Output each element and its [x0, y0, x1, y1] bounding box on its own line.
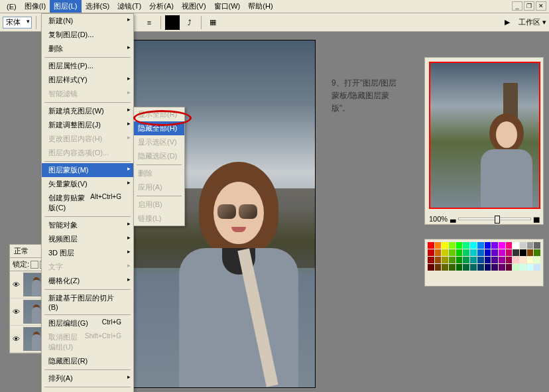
menu-item[interactable]: 创建剪贴蒙版(C)Alt+Ctrl+G — [42, 191, 133, 215]
minimize-icon[interactable]: _ — [512, 1, 522, 11]
color-swatch[interactable] — [165, 15, 180, 30]
swatch[interactable] — [513, 249, 519, 256]
menubar-item[interactable]: 图层(L) — [50, 0, 81, 13]
swatch[interactable] — [477, 249, 484, 256]
swatch[interactable] — [485, 249, 491, 256]
swatch[interactable] — [449, 249, 456, 256]
swatch[interactable] — [534, 242, 540, 249]
swatch[interactable] — [513, 242, 519, 249]
align-right-icon[interactable]: ≡ — [142, 15, 156, 30]
menu-item[interactable]: 图层属性(P)... — [42, 59, 133, 73]
swatch[interactable] — [428, 242, 434, 249]
swatch[interactable] — [491, 242, 498, 249]
submenu-item[interactable]: 隐藏全部(H) — [134, 121, 184, 135]
swatch[interactable] — [477, 264, 484, 271]
swatch[interactable] — [449, 264, 456, 271]
swatch[interactable] — [499, 242, 505, 249]
swatch[interactable] — [506, 257, 513, 263]
swatch[interactable] — [477, 257, 484, 263]
swatch[interactable] — [449, 242, 456, 249]
menubar-item[interactable]: 滤镜(T) — [113, 0, 145, 13]
swatch[interactable] — [442, 264, 448, 271]
swatch[interactable] — [428, 264, 434, 271]
swatch[interactable] — [456, 249, 463, 256]
menubar-item[interactable]: 分析(A) — [145, 0, 178, 13]
warp-icon[interactable]: ⤴ — [182, 15, 197, 30]
swatch[interactable] — [520, 242, 526, 249]
swatch[interactable] — [449, 257, 456, 263]
swatch[interactable] — [499, 249, 505, 256]
menu-item[interactable]: 删除 — [42, 42, 133, 56]
menu-item[interactable]: 排列(A) — [42, 371, 133, 385]
menu-item[interactable]: 复制图层(D)... — [42, 28, 133, 42]
swatch[interactable] — [463, 257, 469, 263]
menu-item[interactable]: 新建调整图层(J) — [42, 118, 133, 132]
visibility-icon[interactable]: 👁 — [11, 308, 21, 316]
swatch[interactable] — [534, 264, 540, 271]
swatch[interactable] — [506, 242, 513, 249]
swatch[interactable] — [520, 249, 526, 256]
swatch[interactable] — [435, 242, 442, 249]
menu-item[interactable]: 图层样式(Y) — [42, 73, 133, 87]
swatch[interactable] — [499, 257, 505, 263]
menubar-item[interactable]: 帮助(H) — [244, 0, 276, 13]
swatch[interactable] — [527, 257, 534, 263]
swatch[interactable] — [506, 264, 513, 271]
swatch[interactable] — [435, 249, 442, 256]
swatch[interactable] — [470, 257, 477, 263]
swatch[interactable] — [477, 242, 484, 249]
swatch[interactable] — [442, 257, 448, 263]
menubar-item[interactable]: (E) — [3, 1, 21, 12]
swatch[interactable] — [428, 249, 434, 256]
swatch[interactable] — [456, 264, 463, 271]
zoom-slider[interactable] — [458, 218, 531, 220]
swatch[interactable] — [527, 264, 534, 271]
menu-item[interactable]: 栅格化(Z) — [42, 274, 133, 288]
panel-icon[interactable]: ▦ — [206, 15, 220, 30]
swatch[interactable] — [491, 257, 498, 263]
menu-item[interactable]: 隐藏图层(R) — [42, 354, 133, 368]
workspace-label[interactable]: 工作区 ▾ — [518, 17, 546, 27]
swatch[interactable] — [534, 257, 540, 263]
swatch[interactable] — [520, 264, 526, 271]
zoom-in-icon[interactable]: ▅ — [534, 214, 539, 223]
swatch[interactable] — [463, 249, 469, 256]
swatch[interactable] — [527, 249, 534, 256]
swatch[interactable] — [435, 257, 442, 263]
go-icon[interactable]: ▶ — [500, 15, 515, 30]
menu-item[interactable]: 视频图层 — [42, 232, 133, 246]
menubar-item[interactable]: 窗口(W) — [210, 0, 245, 13]
menu-item[interactable]: 新建(N) — [42, 14, 133, 28]
swatch[interactable] — [527, 242, 534, 249]
swatch[interactable] — [485, 264, 491, 271]
swatch[interactable] — [428, 257, 434, 263]
swatch[interactable] — [506, 249, 513, 256]
close-icon[interactable]: ✕ — [536, 1, 546, 11]
swatch[interactable] — [534, 249, 540, 256]
visibility-icon[interactable]: 👁 — [11, 281, 21, 289]
swatch[interactable] — [513, 257, 519, 263]
menu-item[interactable]: 3D 图层 — [42, 246, 133, 260]
lock-trans-icon[interactable] — [30, 261, 38, 269]
swatch[interactable] — [463, 264, 469, 271]
swatch[interactable] — [491, 264, 498, 271]
visibility-icon[interactable]: 👁 — [11, 335, 21, 343]
menu-item[interactable]: 图层编组(G)Ctrl+G — [42, 316, 133, 330]
swatch[interactable] — [442, 242, 448, 249]
menu-item[interactable]: 智能对象 — [42, 218, 133, 232]
swatch[interactable] — [463, 242, 469, 249]
menu-item[interactable]: 矢量蒙版(V) — [42, 177, 133, 191]
swatch[interactable] — [485, 257, 491, 263]
swatch[interactable] — [470, 264, 477, 271]
restore-icon[interactable]: ❐ — [524, 1, 534, 11]
menu-item[interactable]: 图层蒙版(M) — [42, 163, 133, 177]
menu-item[interactable]: 新建填充图层(W) — [42, 104, 133, 118]
swatch[interactable] — [435, 264, 442, 271]
swatch[interactable] — [456, 242, 463, 249]
menubar-item[interactable]: 视图(V) — [178, 0, 210, 13]
menu-item[interactable]: 新建基于图层的切片(B) — [42, 291, 133, 313]
menubar-item[interactable]: 选择(S) — [82, 0, 114, 13]
font-select[interactable]: 宋体 — [3, 17, 32, 29]
swatch[interactable] — [499, 264, 505, 271]
swatch[interactable] — [513, 264, 519, 271]
